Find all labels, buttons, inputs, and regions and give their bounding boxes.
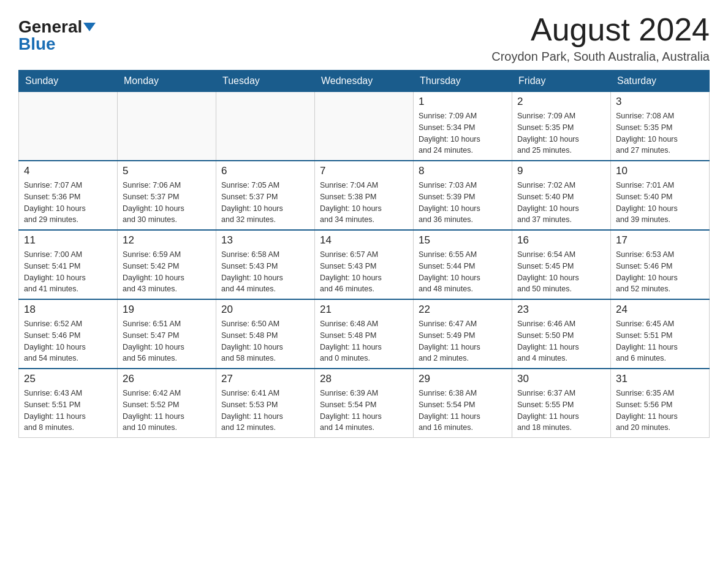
calendar-week-row: 1Sunrise: 7:09 AM Sunset: 5:34 PM Daylig… (19, 92, 710, 161)
day-info: Sunrise: 6:35 AM Sunset: 5:56 PM Dayligh… (616, 388, 704, 434)
day-info: Sunrise: 6:58 AM Sunset: 5:43 PM Dayligh… (221, 249, 309, 295)
logo-triangle-icon (83, 23, 96, 31)
calendar-cell (118, 92, 216, 161)
day-info: Sunrise: 6:55 AM Sunset: 5:44 PM Dayligh… (419, 249, 507, 295)
day-number: 2 (517, 96, 605, 108)
calendar-cell: 4Sunrise: 7:07 AM Sunset: 5:36 PM Daylig… (19, 161, 118, 230)
col-header-monday: Monday (118, 71, 216, 92)
day-number: 30 (517, 373, 605, 385)
day-info: Sunrise: 7:09 AM Sunset: 5:35 PM Dayligh… (517, 110, 605, 156)
day-number: 28 (320, 373, 408, 385)
day-info: Sunrise: 6:50 AM Sunset: 5:48 PM Dayligh… (221, 318, 309, 364)
calendar-cell: 12Sunrise: 6:59 AM Sunset: 5:42 PM Dayli… (118, 230, 216, 299)
col-header-sunday: Sunday (19, 71, 118, 92)
calendar-cell: 30Sunrise: 6:37 AM Sunset: 5:55 PM Dayli… (512, 369, 611, 438)
calendar-cell: 13Sunrise: 6:58 AM Sunset: 5:43 PM Dayli… (216, 230, 315, 299)
calendar-header-row: SundayMondayTuesdayWednesdayThursdayFrid… (19, 71, 710, 92)
calendar-cell: 18Sunrise: 6:52 AM Sunset: 5:46 PM Dayli… (19, 299, 118, 369)
day-number: 22 (419, 304, 507, 316)
day-info: Sunrise: 7:01 AM Sunset: 5:40 PM Dayligh… (616, 180, 704, 226)
calendar-cell: 16Sunrise: 6:54 AM Sunset: 5:45 PM Dayli… (512, 230, 611, 299)
col-header-wednesday: Wednesday (315, 71, 414, 92)
day-info: Sunrise: 6:38 AM Sunset: 5:54 PM Dayligh… (419, 388, 507, 434)
day-number: 8 (419, 165, 507, 177)
logo: General Blue (18, 18, 96, 53)
calendar-cell (315, 92, 414, 161)
logo-blue: Blue (18, 36, 56, 53)
title-area: August 2024 Croydon Park, South Australi… (491, 12, 710, 64)
day-info: Sunrise: 7:05 AM Sunset: 5:37 PM Dayligh… (221, 180, 309, 226)
day-info: Sunrise: 7:00 AM Sunset: 5:41 PM Dayligh… (24, 249, 112, 295)
calendar-cell: 10Sunrise: 7:01 AM Sunset: 5:40 PM Dayli… (611, 161, 710, 230)
col-header-thursday: Thursday (414, 71, 512, 92)
logo-general: General (18, 18, 82, 36)
day-info: Sunrise: 6:48 AM Sunset: 5:48 PM Dayligh… (320, 318, 408, 364)
calendar-cell: 14Sunrise: 6:57 AM Sunset: 5:43 PM Dayli… (315, 230, 414, 299)
calendar-cell: 22Sunrise: 6:47 AM Sunset: 5:49 PM Dayli… (414, 299, 512, 369)
calendar-week-row: 11Sunrise: 7:00 AM Sunset: 5:41 PM Dayli… (19, 230, 710, 299)
day-number: 7 (320, 165, 408, 177)
location-subtitle: Croydon Park, South Australia, Australia (491, 50, 710, 64)
day-number: 12 (123, 234, 211, 247)
col-header-tuesday: Tuesday (216, 71, 315, 92)
calendar-cell: 6Sunrise: 7:05 AM Sunset: 5:37 PM Daylig… (216, 161, 315, 230)
calendar-cell: 8Sunrise: 7:03 AM Sunset: 5:39 PM Daylig… (414, 161, 512, 230)
day-info: Sunrise: 7:07 AM Sunset: 5:36 PM Dayligh… (24, 180, 112, 226)
day-info: Sunrise: 6:46 AM Sunset: 5:50 PM Dayligh… (517, 318, 605, 364)
calendar-cell: 31Sunrise: 6:35 AM Sunset: 5:56 PM Dayli… (611, 369, 710, 438)
calendar-cell: 3Sunrise: 7:08 AM Sunset: 5:35 PM Daylig… (611, 92, 710, 161)
day-info: Sunrise: 6:45 AM Sunset: 5:51 PM Dayligh… (616, 318, 704, 364)
day-number: 1 (419, 96, 507, 108)
day-number: 9 (517, 165, 605, 177)
calendar-week-row: 18Sunrise: 6:52 AM Sunset: 5:46 PM Dayli… (19, 299, 710, 369)
day-info: Sunrise: 7:04 AM Sunset: 5:38 PM Dayligh… (320, 180, 408, 226)
calendar-cell: 9Sunrise: 7:02 AM Sunset: 5:40 PM Daylig… (512, 161, 611, 230)
calendar-cell: 24Sunrise: 6:45 AM Sunset: 5:51 PM Dayli… (611, 299, 710, 369)
day-info: Sunrise: 7:08 AM Sunset: 5:35 PM Dayligh… (616, 110, 704, 156)
day-info: Sunrise: 6:41 AM Sunset: 5:53 PM Dayligh… (221, 388, 309, 434)
calendar-cell: 23Sunrise: 6:46 AM Sunset: 5:50 PM Dayli… (512, 299, 611, 369)
col-header-saturday: Saturday (611, 71, 710, 92)
calendar-cell: 20Sunrise: 6:50 AM Sunset: 5:48 PM Dayli… (216, 299, 315, 369)
col-header-friday: Friday (512, 71, 611, 92)
calendar-table: SundayMondayTuesdayWednesdayThursdayFrid… (18, 70, 710, 438)
day-number: 21 (320, 304, 408, 316)
day-number: 16 (517, 234, 605, 247)
day-number: 25 (24, 373, 112, 385)
calendar-cell: 7Sunrise: 7:04 AM Sunset: 5:38 PM Daylig… (315, 161, 414, 230)
day-info: Sunrise: 6:57 AM Sunset: 5:43 PM Dayligh… (320, 249, 408, 295)
calendar-cell: 29Sunrise: 6:38 AM Sunset: 5:54 PM Dayli… (414, 369, 512, 438)
page-header: General Blue August 2024 Croydon Park, S… (18, 12, 710, 64)
day-number: 15 (419, 234, 507, 247)
calendar-cell: 19Sunrise: 6:51 AM Sunset: 5:47 PM Dayli… (118, 299, 216, 369)
calendar-cell (19, 92, 118, 161)
day-number: 13 (221, 234, 309, 247)
day-number: 20 (221, 304, 309, 316)
day-info: Sunrise: 6:53 AM Sunset: 5:46 PM Dayligh… (616, 249, 704, 295)
calendar-cell: 17Sunrise: 6:53 AM Sunset: 5:46 PM Dayli… (611, 230, 710, 299)
day-info: Sunrise: 6:47 AM Sunset: 5:49 PM Dayligh… (419, 318, 507, 364)
calendar-cell (216, 92, 315, 161)
calendar-cell: 28Sunrise: 6:39 AM Sunset: 5:54 PM Dayli… (315, 369, 414, 438)
day-info: Sunrise: 6:43 AM Sunset: 5:51 PM Dayligh… (24, 388, 112, 434)
day-info: Sunrise: 6:54 AM Sunset: 5:45 PM Dayligh… (517, 249, 605, 295)
day-info: Sunrise: 6:39 AM Sunset: 5:54 PM Dayligh… (320, 388, 408, 434)
day-number: 31 (616, 373, 704, 385)
day-number: 27 (221, 373, 309, 385)
calendar-week-row: 4Sunrise: 7:07 AM Sunset: 5:36 PM Daylig… (19, 161, 710, 230)
day-info: Sunrise: 7:06 AM Sunset: 5:37 PM Dayligh… (123, 180, 211, 226)
day-number: 14 (320, 234, 408, 247)
day-number: 18 (24, 304, 112, 316)
calendar-cell: 25Sunrise: 6:43 AM Sunset: 5:51 PM Dayli… (19, 369, 118, 438)
calendar-cell: 2Sunrise: 7:09 AM Sunset: 5:35 PM Daylig… (512, 92, 611, 161)
day-number: 5 (123, 165, 211, 177)
day-number: 6 (221, 165, 309, 177)
day-info: Sunrise: 6:37 AM Sunset: 5:55 PM Dayligh… (517, 388, 605, 434)
calendar-cell: 26Sunrise: 6:42 AM Sunset: 5:52 PM Dayli… (118, 369, 216, 438)
day-number: 19 (123, 304, 211, 316)
calendar-cell: 1Sunrise: 7:09 AM Sunset: 5:34 PM Daylig… (414, 92, 512, 161)
calendar-week-row: 25Sunrise: 6:43 AM Sunset: 5:51 PM Dayli… (19, 369, 710, 438)
day-info: Sunrise: 6:59 AM Sunset: 5:42 PM Dayligh… (123, 249, 211, 295)
day-number: 24 (616, 304, 704, 316)
day-info: Sunrise: 7:09 AM Sunset: 5:34 PM Dayligh… (419, 110, 507, 156)
